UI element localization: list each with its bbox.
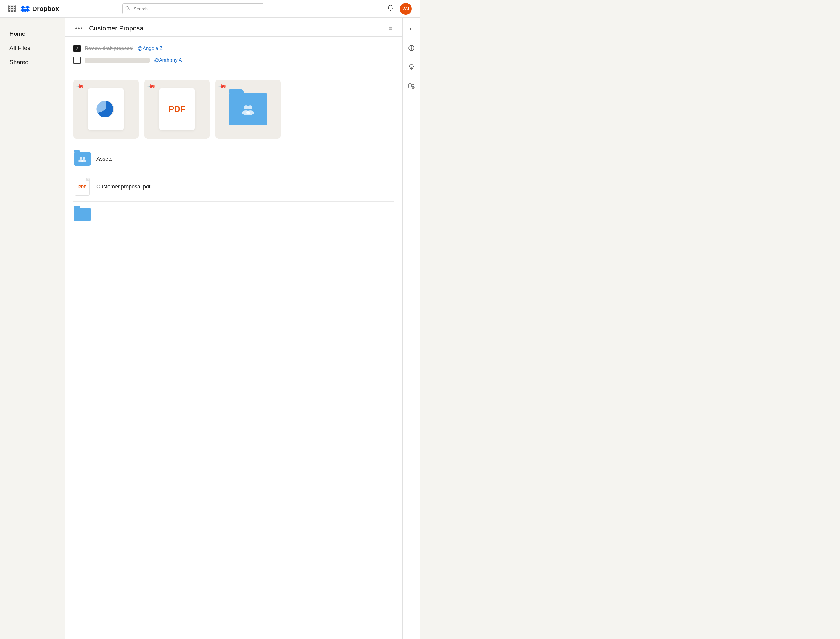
svg-point-4: [248, 105, 252, 110]
pdf-file-icon: PDF: [75, 178, 90, 196]
pin-button[interactable]: [406, 62, 417, 72]
sidebar-item-home[interactable]: Home: [6, 27, 59, 40]
pinned-card-folder[interactable]: 📌: [215, 79, 281, 139]
chart-thumbnail: [88, 89, 124, 130]
svg-point-8: [83, 157, 85, 159]
top-navigation: Dropbox WJ: [0, 0, 420, 18]
folder-tab: [229, 89, 244, 94]
svg-line-1: [129, 9, 130, 10]
file-name-pdf: Customer proposal.pdf: [97, 184, 150, 190]
folder-thumbnail: [229, 93, 267, 126]
dropbox-logo-icon: [21, 4, 30, 14]
pdf-icon: PDF: [169, 105, 185, 114]
search-bar: [122, 3, 264, 14]
file-icon-wrap: [73, 152, 91, 166]
logo-text: Dropbox: [32, 5, 59, 13]
grid-menu-button[interactable]: [8, 5, 16, 13]
file-row-folder3[interactable]: [73, 202, 394, 224]
main-content: ••• Customer Proposal ≡ ✓ Review draft p…: [65, 18, 402, 639]
task-2-mention[interactable]: @Anthony A: [154, 57, 182, 63]
svg-point-6: [246, 110, 254, 115]
folder-people-sm-icon: [78, 156, 87, 162]
page-title: Customer Proposal: [89, 25, 383, 32]
folder-people-icon: [241, 103, 255, 115]
file-name-assets: Assets: [97, 156, 113, 162]
svg-point-3: [244, 105, 248, 110]
task-row: @Anthony A: [73, 54, 394, 66]
file-row-assets[interactable]: Assets: [73, 146, 394, 172]
folder-add-icon: [408, 83, 415, 89]
logo[interactable]: Dropbox: [21, 4, 59, 14]
pdf-label: PDF: [78, 184, 86, 189]
collapse-panel-button[interactable]: [406, 24, 417, 34]
right-panel: [402, 18, 420, 639]
sidebar: Home All Files Shared: [0, 18, 65, 639]
nav-right: WJ: [386, 3, 412, 15]
file-row-pdf[interactable]: PDF Customer proposal.pdf: [73, 172, 394, 202]
pie-chart-icon: [96, 99, 116, 119]
pin-icon: 📌: [218, 82, 227, 91]
sidebar-nav: Home All Files Shared: [0, 27, 65, 68]
checkmark-icon: ✓: [75, 46, 79, 51]
avatar[interactable]: WJ: [400, 3, 412, 15]
info-button[interactable]: [406, 43, 417, 53]
dots-menu-button[interactable]: •••: [73, 24, 85, 32]
task-1-text: Review draft proposal: [84, 46, 133, 51]
pin-icon: 📌: [75, 82, 84, 91]
hamburger-menu-button[interactable]: ≡: [387, 24, 394, 32]
svg-point-14: [411, 46, 412, 47]
file-icon-wrap: PDF: [73, 178, 91, 196]
task-2-text-blurred: [84, 58, 150, 63]
task-2-checkbox[interactable]: [73, 57, 81, 64]
sidebar-item-all-files[interactable]: All Files: [6, 41, 59, 54]
pinned-section: 📌 📌 PDF: [65, 73, 402, 146]
pinned-card-chart[interactable]: 📌: [73, 79, 139, 139]
folder-icon: [74, 208, 91, 221]
file-list: Assets PDF Customer proposal.pdf: [65, 146, 402, 224]
task-1-mention[interactable]: @Angela Z: [137, 46, 163, 51]
pin-icon: [408, 64, 415, 70]
tasks-section: ✓ Review draft proposal @Angela Z @Antho…: [65, 37, 402, 73]
pin-icon: 📌: [147, 82, 156, 91]
pinned-card-pdf[interactable]: 📌 PDF: [144, 79, 210, 139]
notifications-button[interactable]: [386, 3, 395, 14]
sidebar-item-shared[interactable]: Shared: [6, 56, 59, 68]
content-header: ••• Customer Proposal ≡: [65, 18, 402, 37]
body-layout: Home All Files Shared ••• Customer Propo…: [0, 18, 420, 639]
search-icon: [126, 6, 130, 12]
add-to-folder-button[interactable]: [406, 81, 417, 91]
info-icon: [408, 45, 415, 51]
file-icon-wrap: [73, 208, 91, 221]
pdf-thumbnail: PDF: [159, 89, 195, 130]
task-1-checkbox[interactable]: ✓: [73, 45, 81, 52]
collapse-icon: [408, 26, 415, 32]
task-row: ✓ Review draft proposal @Angela Z: [73, 43, 394, 54]
shared-folder-icon: [74, 152, 91, 166]
svg-point-7: [80, 157, 82, 159]
search-input[interactable]: [122, 3, 264, 14]
